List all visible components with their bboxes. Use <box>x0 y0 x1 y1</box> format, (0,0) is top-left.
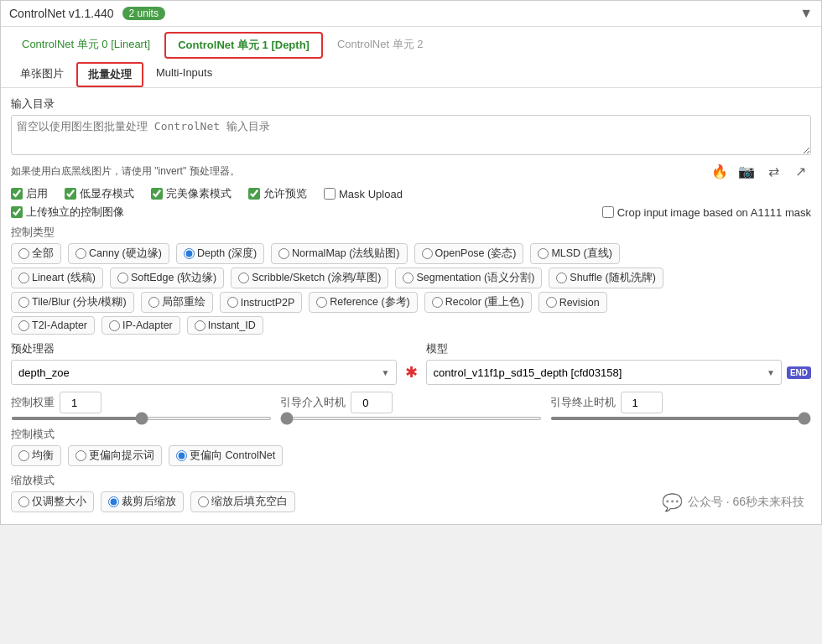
preprocessor-select[interactable]: depth_zoe <box>11 360 397 385</box>
model-select[interactable]: control_v11f1p_sd15_depth [cfd03158] <box>426 360 782 385</box>
end-step-label: 引导终止时机 <box>550 396 616 410</box>
crop-checkbox-row: Crop input image based on A1111 mask <box>602 206 811 219</box>
sub-tab-multi[interactable]: Multi-Inputs <box>145 62 223 87</box>
control-mode-label: 控制模式 <box>11 427 811 442</box>
ct-revision[interactable]: Revision <box>538 292 607 313</box>
input-dir-row <box>11 115 811 158</box>
watermark-text: 公众号 · 66秒未来科技 <box>688 495 804 510</box>
camera-icon-btn[interactable]: 📷 <box>736 161 757 181</box>
control-weight-label: 控制权重 <box>11 396 55 410</box>
preprocessor-col: 预处理器 depth_zoe <box>11 341 397 385</box>
end-step-slider[interactable] <box>550 417 811 420</box>
star-icon-wrapper: ✱ <box>405 363 418 385</box>
control-type-label: 控制类型 <box>11 225 811 240</box>
preprocessor-select-row: depth_zoe <box>11 360 397 385</box>
cm-controlnet[interactable]: 更偏向 ControlNet <box>169 445 283 466</box>
cm-balance[interactable]: 均衡 <box>11 445 61 466</box>
sub-tab-single[interactable]: 单张图片 <box>9 62 75 87</box>
ct-canny[interactable]: Canny (硬边缘) <box>68 243 169 264</box>
cb-lowmem[interactable]: 低显存模式 <box>65 186 134 201</box>
ct-depth[interactable]: Depth (深度) <box>176 243 264 264</box>
dropdown-arrow[interactable]: ▼ <box>799 6 813 21</box>
sliders-row: 控制权重 引导介入时机 引导终止时机 <box>11 392 811 413</box>
ct-recolor[interactable]: Recolor (重上色) <box>424 292 532 313</box>
control-weight-group: 控制权重 <box>11 392 272 413</box>
model-select-row: control_v11f1p_sd15_depth [cfd03158] END <box>426 360 812 385</box>
preprocessor-label: 预处理器 <box>11 341 397 356</box>
watermark: 💬 公众号 · 66秒未来科技 <box>662 492 804 512</box>
preprocessor-model-row: 预处理器 depth_zoe ✱ 模型 control_v <box>11 341 811 385</box>
ct-ipadapter[interactable]: IP-Adapter <box>101 316 180 335</box>
ct-segmentation[interactable]: Segmentation (语义分割) <box>395 267 542 288</box>
units-badge: 2 units <box>122 7 165 20</box>
sub-tabs: 单张图片 批量处理 Multi-Inputs <box>1 62 821 88</box>
ct-softedge[interactable]: SoftEdge (软边缘) <box>110 267 224 288</box>
main-container: ControlNet v1.1.440 2 units ▼ ControlNet… <box>0 0 822 525</box>
camera-icon: 📷 <box>738 164 755 179</box>
ct-reference[interactable]: Reference (参考) <box>309 292 417 313</box>
ct-lineart[interactable]: Lineart (线稿) <box>11 267 103 288</box>
ct-normalmap[interactable]: NormalMap (法线贴图) <box>271 243 407 264</box>
arrow-up-icon-btn[interactable]: ↗ <box>789 161 811 181</box>
cb-crop[interactable]: Crop input image based on A1111 mask <box>602 206 811 219</box>
start-step-value[interactable] <box>351 392 393 413</box>
ct-tileblur[interactable]: Tile/Blur (分块/模糊) <box>11 292 134 313</box>
start-step-label: 引导介入时机 <box>280 396 346 410</box>
cb-enable[interactable]: 启用 <box>11 186 48 201</box>
rm-fill[interactable]: 缩放后填充空白 <box>190 491 295 512</box>
cm-prompt[interactable]: 更偏向提示词 <box>68 445 162 466</box>
hint-text: 如果使用白底黑线图片，请使用 "invert" 预处理器。 <box>11 164 240 179</box>
cb-pixel[interactable]: 完美像素模式 <box>151 186 232 201</box>
control-mode-group: 均衡 更偏向提示词 更偏向 ControlNet <box>11 445 811 466</box>
control-type-row3: Tile/Blur (分块/模糊) 局部重绘 InstructP2P Refer… <box>11 292 811 313</box>
model-select-wrapper: control_v11f1p_sd15_depth [cfd03158] <box>426 360 782 385</box>
fire-icon-btn[interactable]: 🔥 <box>709 161 731 181</box>
input-dir-label: 输入目录 <box>11 96 811 112</box>
watermark-icon: 💬 <box>662 492 683 512</box>
ct-all[interactable]: 全部 <box>11 243 61 264</box>
refresh-icon: ⇄ <box>768 164 779 179</box>
ct-mlsd[interactable]: MLSD (直线) <box>530 243 620 264</box>
ct-instructp2p[interactable]: InstructP2P <box>220 292 303 313</box>
ct-inpaint[interactable]: 局部重绘 <box>141 292 213 313</box>
cb-upload-ctrl[interactable]: 上传独立的控制图像 <box>11 205 124 220</box>
rm-crop[interactable]: 裁剪后缩放 <box>101 491 184 512</box>
unit-tabs: ControlNet 单元 0 [Lineart] ControlNet 单元 … <box>1 27 821 59</box>
control-weight-value[interactable] <box>60 392 101 413</box>
rm-resize[interactable]: 仅调整大小 <box>11 491 94 512</box>
app-title: ControlNet v1.1.440 <box>9 7 114 20</box>
control-weight-slider[interactable] <box>11 417 272 420</box>
ct-openpose[interactable]: OpenPose (姿态) <box>414 243 524 264</box>
start-step-slider[interactable] <box>280 417 541 420</box>
unit-tab-0[interactable]: ControlNet 单元 0 [Lineart] <box>9 32 163 59</box>
input-dir-textarea[interactable] <box>11 115 811 155</box>
cb-mask[interactable]: Mask Upload <box>324 188 403 200</box>
end-badge: END <box>787 366 811 379</box>
checkboxes-row2: 上传独立的控制图像 Crop input image based on A111… <box>11 205 811 220</box>
control-type-row2: Lineart (线稿) SoftEdge (软边缘) Scribble/Ske… <box>11 267 811 288</box>
checkboxes-row1: 启用 低显存模式 完美像素模式 允许预览 Mask Upload <box>11 186 811 201</box>
control-type-row4: T2I-Adapter IP-Adapter Instant_ID <box>11 316 811 335</box>
ct-shuffle[interactable]: Shuffle (随机洗牌) <box>549 267 663 288</box>
slider-tracks <box>11 417 811 420</box>
arrow-up-icon: ↗ <box>795 164 806 179</box>
fire-icon: 🔥 <box>711 164 728 179</box>
end-step-group: 引导终止时机 <box>550 392 811 413</box>
model-label: 模型 <box>426 341 812 356</box>
ct-instantid[interactable]: Instant_ID <box>187 316 263 335</box>
resize-mode-label: 缩放模式 <box>11 473 811 488</box>
content-area: 输入目录 如果使用白底黑线图片，请使用 "invert" 预处理器。 🔥 📷 ⇄… <box>1 88 821 524</box>
star-icon[interactable]: ✱ <box>405 363 418 382</box>
cb-preview[interactable]: 允许预览 <box>248 186 307 201</box>
ct-scribble[interactable]: Scribble/Sketch (涂鸦/草图) <box>231 267 388 288</box>
end-step-value[interactable] <box>621 392 663 413</box>
start-step-group: 引导介入时机 <box>280 392 541 413</box>
ct-t2iadapter[interactable]: T2I-Adapter <box>11 316 95 335</box>
refresh-icon-btn[interactable]: ⇄ <box>762 161 784 181</box>
icon-group: 🔥 📷 ⇄ ↗ <box>709 161 811 181</box>
unit-tab-1[interactable]: ControlNet 单元 1 [Depth] <box>164 32 323 59</box>
unit-tab-2[interactable]: ControlNet 单元 2 <box>325 32 436 59</box>
model-col: 模型 control_v11f1p_sd15_depth [cfd03158] … <box>426 341 812 385</box>
sub-tab-batch[interactable]: 批量处理 <box>76 62 143 87</box>
hint-row: 如果使用白底黑线图片，请使用 "invert" 预处理器。 🔥 📷 ⇄ ↗ <box>11 161 811 181</box>
